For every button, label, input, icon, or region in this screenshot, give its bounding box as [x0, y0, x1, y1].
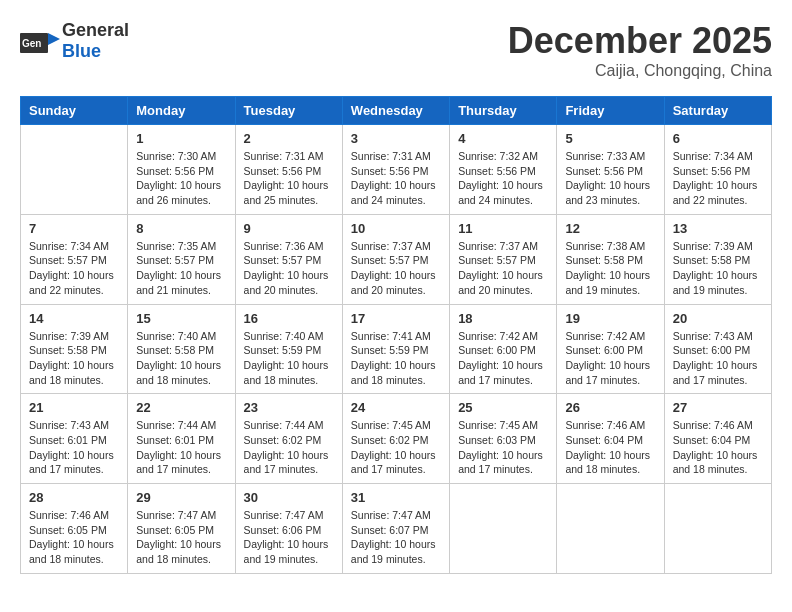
day-number: 31 — [351, 490, 441, 505]
calendar-cell: 11Sunrise: 7:37 AMSunset: 5:57 PMDayligh… — [450, 214, 557, 304]
calendar-cell: 20Sunrise: 7:43 AMSunset: 6:00 PMDayligh… — [664, 304, 771, 394]
day-number: 13 — [673, 221, 763, 236]
day-info: Sunrise: 7:40 AMSunset: 5:58 PMDaylight:… — [136, 329, 226, 388]
day-info: Sunrise: 7:32 AMSunset: 5:56 PMDaylight:… — [458, 149, 548, 208]
day-number: 6 — [673, 131, 763, 146]
calendar-cell: 8Sunrise: 7:35 AMSunset: 5:57 PMDaylight… — [128, 214, 235, 304]
day-number: 2 — [244, 131, 334, 146]
weekday-header-monday: Monday — [128, 97, 235, 125]
weekday-header-sunday: Sunday — [21, 97, 128, 125]
calendar-cell: 6Sunrise: 7:34 AMSunset: 5:56 PMDaylight… — [664, 125, 771, 215]
day-info: Sunrise: 7:42 AMSunset: 6:00 PMDaylight:… — [458, 329, 548, 388]
calendar-cell: 12Sunrise: 7:38 AMSunset: 5:58 PMDayligh… — [557, 214, 664, 304]
day-info: Sunrise: 7:37 AMSunset: 5:57 PMDaylight:… — [351, 239, 441, 298]
day-info: Sunrise: 7:44 AMSunset: 6:02 PMDaylight:… — [244, 418, 334, 477]
logo-general: General — [62, 20, 129, 40]
calendar-cell: 25Sunrise: 7:45 AMSunset: 6:03 PMDayligh… — [450, 394, 557, 484]
calendar-cell — [21, 125, 128, 215]
day-number: 7 — [29, 221, 119, 236]
week-row-3: 14Sunrise: 7:39 AMSunset: 5:58 PMDayligh… — [21, 304, 772, 394]
day-number: 8 — [136, 221, 226, 236]
day-info: Sunrise: 7:47 AMSunset: 6:07 PMDaylight:… — [351, 508, 441, 567]
day-number: 30 — [244, 490, 334, 505]
day-info: Sunrise: 7:34 AMSunset: 5:56 PMDaylight:… — [673, 149, 763, 208]
day-number: 4 — [458, 131, 548, 146]
month-title: December 2025 — [508, 20, 772, 62]
calendar-cell: 3Sunrise: 7:31 AMSunset: 5:56 PMDaylight… — [342, 125, 449, 215]
day-number: 14 — [29, 311, 119, 326]
day-info: Sunrise: 7:37 AMSunset: 5:57 PMDaylight:… — [458, 239, 548, 298]
logo-blue: Blue — [62, 41, 101, 61]
day-number: 28 — [29, 490, 119, 505]
day-number: 25 — [458, 400, 548, 415]
week-row-2: 7Sunrise: 7:34 AMSunset: 5:57 PMDaylight… — [21, 214, 772, 304]
day-number: 9 — [244, 221, 334, 236]
week-row-5: 28Sunrise: 7:46 AMSunset: 6:05 PMDayligh… — [21, 484, 772, 574]
calendar-cell: 23Sunrise: 7:44 AMSunset: 6:02 PMDayligh… — [235, 394, 342, 484]
calendar-cell: 13Sunrise: 7:39 AMSunset: 5:58 PMDayligh… — [664, 214, 771, 304]
calendar-cell: 30Sunrise: 7:47 AMSunset: 6:06 PMDayligh… — [235, 484, 342, 574]
calendar-table: SundayMondayTuesdayWednesdayThursdayFrid… — [20, 96, 772, 574]
day-info: Sunrise: 7:36 AMSunset: 5:57 PMDaylight:… — [244, 239, 334, 298]
day-info: Sunrise: 7:42 AMSunset: 6:00 PMDaylight:… — [565, 329, 655, 388]
calendar-cell: 15Sunrise: 7:40 AMSunset: 5:58 PMDayligh… — [128, 304, 235, 394]
calendar-cell — [664, 484, 771, 574]
calendar-cell: 4Sunrise: 7:32 AMSunset: 5:56 PMDaylight… — [450, 125, 557, 215]
svg-text:Gen: Gen — [22, 38, 41, 49]
day-number: 16 — [244, 311, 334, 326]
day-info: Sunrise: 7:34 AMSunset: 5:57 PMDaylight:… — [29, 239, 119, 298]
calendar-cell: 2Sunrise: 7:31 AMSunset: 5:56 PMDaylight… — [235, 125, 342, 215]
day-info: Sunrise: 7:46 AMSunset: 6:04 PMDaylight:… — [673, 418, 763, 477]
calendar-cell: 26Sunrise: 7:46 AMSunset: 6:04 PMDayligh… — [557, 394, 664, 484]
day-number: 19 — [565, 311, 655, 326]
page-header: Gen General Blue December 2025 Caijia, C… — [20, 20, 772, 80]
logo-icon: Gen — [20, 25, 60, 57]
weekday-header-friday: Friday — [557, 97, 664, 125]
calendar-cell: 31Sunrise: 7:47 AMSunset: 6:07 PMDayligh… — [342, 484, 449, 574]
weekday-header-tuesday: Tuesday — [235, 97, 342, 125]
calendar-cell: 29Sunrise: 7:47 AMSunset: 6:05 PMDayligh… — [128, 484, 235, 574]
calendar-cell: 24Sunrise: 7:45 AMSunset: 6:02 PMDayligh… — [342, 394, 449, 484]
calendar-cell — [557, 484, 664, 574]
day-info: Sunrise: 7:46 AMSunset: 6:04 PMDaylight:… — [565, 418, 655, 477]
calendar-cell: 14Sunrise: 7:39 AMSunset: 5:58 PMDayligh… — [21, 304, 128, 394]
day-info: Sunrise: 7:31 AMSunset: 5:56 PMDaylight:… — [351, 149, 441, 208]
day-number: 10 — [351, 221, 441, 236]
day-info: Sunrise: 7:39 AMSunset: 5:58 PMDaylight:… — [673, 239, 763, 298]
day-number: 18 — [458, 311, 548, 326]
day-number: 22 — [136, 400, 226, 415]
calendar-cell: 28Sunrise: 7:46 AMSunset: 6:05 PMDayligh… — [21, 484, 128, 574]
day-number: 21 — [29, 400, 119, 415]
day-info: Sunrise: 7:45 AMSunset: 6:02 PMDaylight:… — [351, 418, 441, 477]
day-info: Sunrise: 7:47 AMSunset: 6:05 PMDaylight:… — [136, 508, 226, 567]
day-info: Sunrise: 7:33 AMSunset: 5:56 PMDaylight:… — [565, 149, 655, 208]
calendar-cell: 1Sunrise: 7:30 AMSunset: 5:56 PMDaylight… — [128, 125, 235, 215]
day-info: Sunrise: 7:30 AMSunset: 5:56 PMDaylight:… — [136, 149, 226, 208]
svg-marker-1 — [48, 33, 60, 45]
day-number: 24 — [351, 400, 441, 415]
logo: Gen General Blue — [20, 20, 129, 62]
day-info: Sunrise: 7:39 AMSunset: 5:58 PMDaylight:… — [29, 329, 119, 388]
day-number: 27 — [673, 400, 763, 415]
calendar-cell: 7Sunrise: 7:34 AMSunset: 5:57 PMDaylight… — [21, 214, 128, 304]
day-number: 1 — [136, 131, 226, 146]
weekday-header-saturday: Saturday — [664, 97, 771, 125]
day-number: 11 — [458, 221, 548, 236]
day-info: Sunrise: 7:40 AMSunset: 5:59 PMDaylight:… — [244, 329, 334, 388]
calendar-cell — [450, 484, 557, 574]
calendar-cell: 10Sunrise: 7:37 AMSunset: 5:57 PMDayligh… — [342, 214, 449, 304]
week-row-1: 1Sunrise: 7:30 AMSunset: 5:56 PMDaylight… — [21, 125, 772, 215]
calendar-cell: 22Sunrise: 7:44 AMSunset: 6:01 PMDayligh… — [128, 394, 235, 484]
day-number: 12 — [565, 221, 655, 236]
day-number: 26 — [565, 400, 655, 415]
day-info: Sunrise: 7:31 AMSunset: 5:56 PMDaylight:… — [244, 149, 334, 208]
day-number: 17 — [351, 311, 441, 326]
day-number: 15 — [136, 311, 226, 326]
day-info: Sunrise: 7:41 AMSunset: 5:59 PMDaylight:… — [351, 329, 441, 388]
day-number: 23 — [244, 400, 334, 415]
calendar-cell: 21Sunrise: 7:43 AMSunset: 6:01 PMDayligh… — [21, 394, 128, 484]
week-row-4: 21Sunrise: 7:43 AMSunset: 6:01 PMDayligh… — [21, 394, 772, 484]
day-number: 20 — [673, 311, 763, 326]
calendar-cell: 19Sunrise: 7:42 AMSunset: 6:00 PMDayligh… — [557, 304, 664, 394]
calendar-cell: 17Sunrise: 7:41 AMSunset: 5:59 PMDayligh… — [342, 304, 449, 394]
